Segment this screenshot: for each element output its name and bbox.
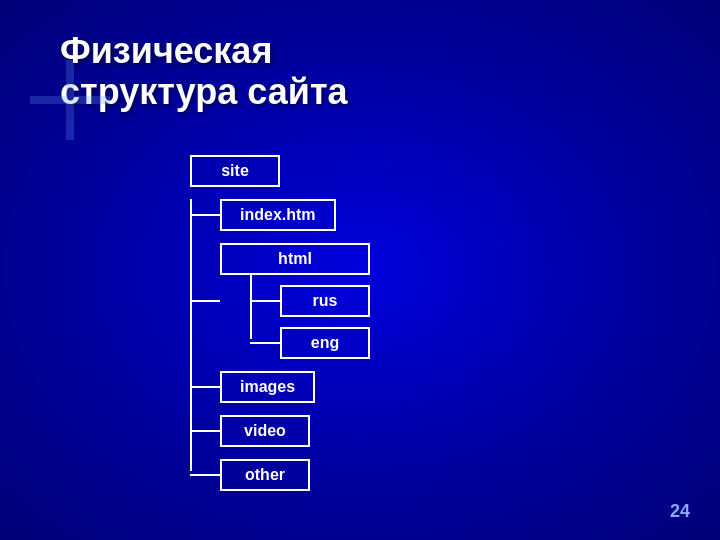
node-index-htm: index.htm [220,199,336,231]
node-video: video [220,415,310,447]
child-row-html: html rus eng [220,243,580,359]
title-line1: Физическая [60,30,680,71]
node-images: images [220,371,315,403]
page-number: 24 [670,501,690,522]
sub-children-html: rus eng [250,275,370,359]
child-row-index: index.htm [220,199,580,231]
node-eng: eng [280,327,370,359]
decorative-cross [30,60,110,140]
title-line2: структура сайта [60,71,680,112]
root-node-site: site [190,155,580,187]
tree-diagram: site index.htm html rus eng [160,155,580,491]
child-row-video: video [220,415,580,447]
node-html: html [220,243,370,275]
children-container: index.htm html rus eng images [190,199,580,491]
child-row-images: images [220,371,580,403]
node-other: other [220,459,310,491]
sub-child-row-rus: rus [280,285,370,317]
node-site: site [190,155,280,187]
sub-child-row-eng: eng [280,327,370,359]
child-row-other: other [220,459,580,491]
node-rus: rus [280,285,370,317]
